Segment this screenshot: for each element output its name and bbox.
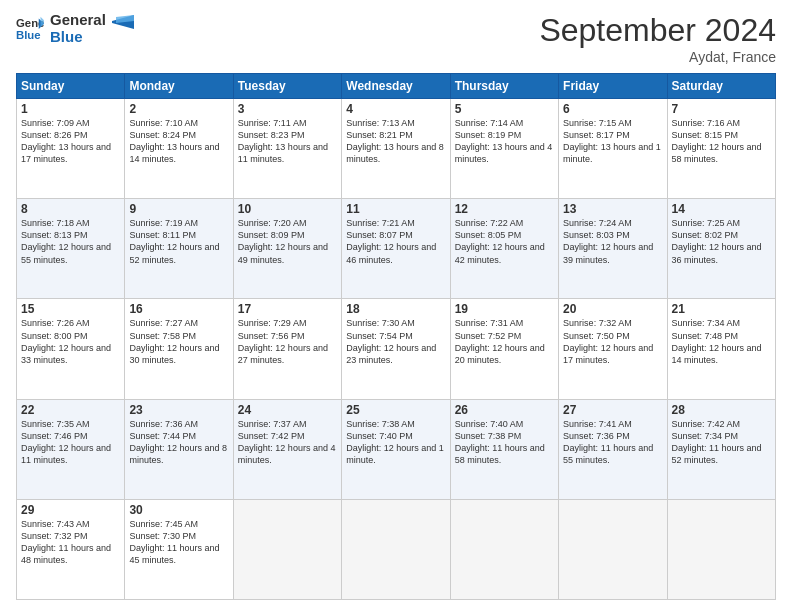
day-13: 13 Sunrise: 7:24 AMSunset: 8:03 PMDaylig…	[559, 199, 667, 299]
col-tuesday: Tuesday	[233, 74, 341, 99]
day-4: 4 Sunrise: 7:13 AMSunset: 8:21 PMDayligh…	[342, 99, 450, 199]
day-empty-4	[559, 499, 667, 599]
logo-general: General	[50, 12, 106, 29]
location: Aydat, France	[539, 49, 776, 65]
col-sunday: Sunday	[17, 74, 125, 99]
day-11: 11 Sunrise: 7:21 AMSunset: 8:07 PMDaylig…	[342, 199, 450, 299]
day-20: 20 Sunrise: 7:32 AMSunset: 7:50 PMDaylig…	[559, 299, 667, 399]
week-2: 8 Sunrise: 7:18 AMSunset: 8:13 PMDayligh…	[17, 199, 776, 299]
col-monday: Monday	[125, 74, 233, 99]
day-21: 21 Sunrise: 7:34 AMSunset: 7:48 PMDaylig…	[667, 299, 775, 399]
header-row: Sunday Monday Tuesday Wednesday Thursday…	[17, 74, 776, 99]
logo-arrow-icon	[112, 15, 134, 35]
day-24: 24 Sunrise: 7:37 AMSunset: 7:42 PMDaylig…	[233, 399, 341, 499]
day-16: 16 Sunrise: 7:27 AMSunset: 7:58 PMDaylig…	[125, 299, 233, 399]
day-empty-3	[450, 499, 558, 599]
week-1: 1 Sunrise: 7:09 AMSunset: 8:26 PMDayligh…	[17, 99, 776, 199]
logo: General Blue General Blue	[16, 12, 134, 45]
col-friday: Friday	[559, 74, 667, 99]
day-29: 29 Sunrise: 7:43 AMSunset: 7:32 PMDaylig…	[17, 499, 125, 599]
col-wednesday: Wednesday	[342, 74, 450, 99]
day-2: 2 Sunrise: 7:10 AMSunset: 8:24 PMDayligh…	[125, 99, 233, 199]
day-30: 30 Sunrise: 7:45 AMSunset: 7:30 PMDaylig…	[125, 499, 233, 599]
day-28: 28 Sunrise: 7:42 AMSunset: 7:34 PMDaylig…	[667, 399, 775, 499]
day-14: 14 Sunrise: 7:25 AMSunset: 8:02 PMDaylig…	[667, 199, 775, 299]
day-1: 1 Sunrise: 7:09 AMSunset: 8:26 PMDayligh…	[17, 99, 125, 199]
col-saturday: Saturday	[667, 74, 775, 99]
day-12: 12 Sunrise: 7:22 AMSunset: 8:05 PMDaylig…	[450, 199, 558, 299]
week-4: 22 Sunrise: 7:35 AMSunset: 7:46 PMDaylig…	[17, 399, 776, 499]
logo-icon: General Blue	[16, 15, 44, 43]
day-empty-2	[342, 499, 450, 599]
logo-blue: Blue	[50, 29, 106, 46]
month-title: September 2024	[539, 12, 776, 49]
header: General Blue General Blue September 2024…	[16, 12, 776, 65]
day-25: 25 Sunrise: 7:38 AMSunset: 7:40 PMDaylig…	[342, 399, 450, 499]
day-10: 10 Sunrise: 7:20 AMSunset: 8:09 PMDaylig…	[233, 199, 341, 299]
day-17: 17 Sunrise: 7:29 AMSunset: 7:56 PMDaylig…	[233, 299, 341, 399]
day-19: 19 Sunrise: 7:31 AMSunset: 7:52 PMDaylig…	[450, 299, 558, 399]
svg-text:Blue: Blue	[16, 28, 41, 40]
day-5: 5 Sunrise: 7:14 AMSunset: 8:19 PMDayligh…	[450, 99, 558, 199]
day-7: 7 Sunrise: 7:16 AMSunset: 8:15 PMDayligh…	[667, 99, 775, 199]
day-empty-1	[233, 499, 341, 599]
col-thursday: Thursday	[450, 74, 558, 99]
week-5: 29 Sunrise: 7:43 AMSunset: 7:32 PMDaylig…	[17, 499, 776, 599]
day-18: 18 Sunrise: 7:30 AMSunset: 7:54 PMDaylig…	[342, 299, 450, 399]
day-6: 6 Sunrise: 7:15 AMSunset: 8:17 PMDayligh…	[559, 99, 667, 199]
day-15: 15 Sunrise: 7:26 AMSunset: 8:00 PMDaylig…	[17, 299, 125, 399]
day-8: 8 Sunrise: 7:18 AMSunset: 8:13 PMDayligh…	[17, 199, 125, 299]
day-3: 3 Sunrise: 7:11 AMSunset: 8:23 PMDayligh…	[233, 99, 341, 199]
day-empty-5	[667, 499, 775, 599]
day-9: 9 Sunrise: 7:19 AMSunset: 8:11 PMDayligh…	[125, 199, 233, 299]
day-23: 23 Sunrise: 7:36 AMSunset: 7:44 PMDaylig…	[125, 399, 233, 499]
day-26: 26 Sunrise: 7:40 AMSunset: 7:38 PMDaylig…	[450, 399, 558, 499]
page: General Blue General Blue September 2024…	[0, 0, 792, 612]
calendar-table: Sunday Monday Tuesday Wednesday Thursday…	[16, 73, 776, 600]
day-27: 27 Sunrise: 7:41 AMSunset: 7:36 PMDaylig…	[559, 399, 667, 499]
title-block: September 2024 Aydat, France	[539, 12, 776, 65]
week-3: 15 Sunrise: 7:26 AMSunset: 8:00 PMDaylig…	[17, 299, 776, 399]
day-22: 22 Sunrise: 7:35 AMSunset: 7:46 PMDaylig…	[17, 399, 125, 499]
